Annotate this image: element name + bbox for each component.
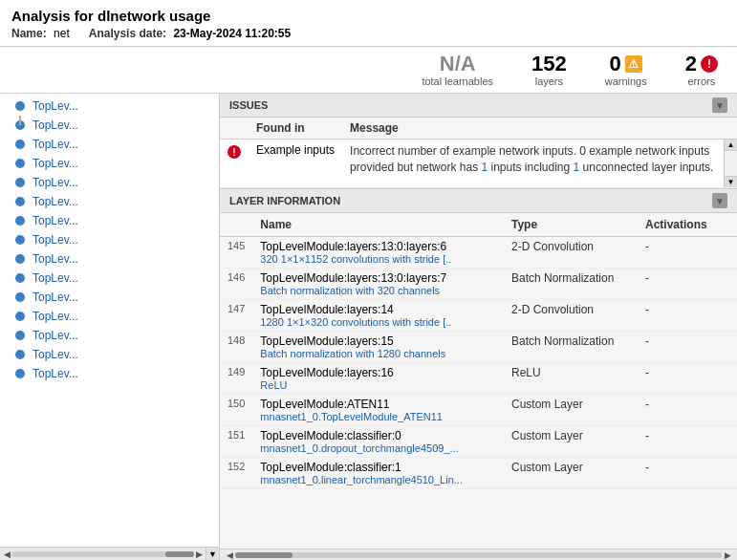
stat-learnables: N/A total learnables xyxy=(422,53,493,87)
date-label: Analysis date: xyxy=(89,27,166,40)
sidebar-item-label: TopLev... xyxy=(33,348,78,361)
sidebar-scroll[interactable]: TopLev... TopLev... TopLev... TopLev... xyxy=(0,94,219,547)
layer-name: TopLevelModule:ATEN11mnasnet1_0.TopLevel… xyxy=(252,395,504,426)
layer-activation: - xyxy=(638,332,724,363)
table-row: 147TopLevelModule:layers:141280 1×1×320 … xyxy=(220,300,737,332)
highlight-2: 1 xyxy=(574,161,580,174)
sidebar-item[interactable]: TopLev... xyxy=(0,307,219,326)
sidebar-item[interactable]: TopLev... xyxy=(0,230,219,249)
sidebar-item[interactable]: TopLev... xyxy=(0,326,219,345)
chevron-down-icon: ▼ xyxy=(715,100,725,111)
sidebar-item[interactable]: TopLev... xyxy=(0,364,219,383)
layer-type: Batch Normalization xyxy=(504,269,638,300)
sidebar-dot xyxy=(15,254,25,264)
sidebar-item[interactable]: TopLev... xyxy=(0,192,219,211)
layer-name-main: TopLevelModule:layers:16 xyxy=(260,366,496,379)
sidebar-dot xyxy=(15,159,25,168)
sidebar-item-label: TopLev... xyxy=(33,118,78,132)
layer-activation: - xyxy=(638,237,724,269)
layer-activation: - xyxy=(638,269,724,300)
sidebar-dot xyxy=(15,369,25,378)
scroll-right-arrow[interactable]: ▶ xyxy=(194,549,204,559)
sidebar-item[interactable]: TopLev... xyxy=(0,269,219,288)
col-activations: Activations xyxy=(638,213,724,237)
layer-scroll-cell xyxy=(724,300,737,332)
sidebar-item-label: TopLev... xyxy=(33,233,78,247)
name-value: net xyxy=(54,27,70,40)
table-row: 151TopLevelModule:classifier:0mnasnet1_0… xyxy=(220,426,737,458)
sidebar-item[interactable]: TopLev... xyxy=(0,116,219,135)
body: TopLev... TopLev... TopLev... TopLev... xyxy=(0,94,737,560)
sidebar-item[interactable]: TopLev... xyxy=(0,154,219,173)
header: Analysis for dlnetwork usage Name: net A… xyxy=(0,0,737,47)
sidebar-item[interactable]: TopLev... xyxy=(0,345,219,364)
sidebar-item-label: TopLev... xyxy=(33,157,78,170)
layer-scroll-cell xyxy=(724,426,737,458)
layer-name-main: TopLevelModule:layers:13:0:layers:6 xyxy=(260,240,496,253)
layer-name: TopLevelModule:layers:141280 1×1×320 con… xyxy=(252,300,504,332)
sidebar-item[interactable]: TopLev... xyxy=(0,249,219,269)
sidebar-scrollbar[interactable]: ◀ ▶ ▼ xyxy=(0,547,219,560)
sidebar-dot xyxy=(15,292,25,302)
sidebar-dot xyxy=(15,178,25,187)
scroll-left-arrow[interactable]: ◀ xyxy=(224,549,235,561)
layer-name: TopLevelModule:classifier:0mnasnet1_0.dr… xyxy=(252,426,504,458)
layer-section-header: LAYER INFORMATION ▼ xyxy=(220,189,737,213)
scroll-track xyxy=(235,552,722,558)
sidebar-dot xyxy=(15,197,25,206)
errors-value: 2 xyxy=(685,53,697,75)
warning-icon: ⚠ xyxy=(625,55,642,73)
layer-activation: - xyxy=(638,458,724,489)
error-icon: ! xyxy=(701,55,718,73)
layer-activation: - xyxy=(638,395,724,426)
issues-collapse-button[interactable]: ▼ xyxy=(712,97,727,113)
layer-activation: - xyxy=(638,426,724,458)
scroll-down-arrow[interactable]: ▼ xyxy=(206,548,219,560)
layer-table-scroll[interactable]: Name Type Activations 145TopLevelModule:… xyxy=(220,213,737,549)
sidebar-item-label: TopLev... xyxy=(33,138,78,151)
issues-scroll-cell: ▲ ▼ xyxy=(724,140,737,188)
layer-name-sub: mnasnet1_0.dropout_torchmangle4509_... xyxy=(260,442,496,454)
layer-name-main: TopLevelModule:ATEN11 xyxy=(260,398,496,411)
sidebar-item[interactable]: TopLev... xyxy=(0,94,219,116)
sidebar-item-label: TopLev... xyxy=(33,252,78,266)
sidebar-dot xyxy=(15,350,25,359)
issues-header: ISSUES ▼ xyxy=(220,94,737,118)
layer-num: 145 xyxy=(220,237,252,269)
layer-type: ReLU xyxy=(504,363,638,395)
sidebar-item[interactable]: TopLev... xyxy=(0,211,219,230)
bottom-scrollbar[interactable]: ◀ ▶ xyxy=(220,549,737,560)
table-row: 149TopLevelModule:layers:16ReLUReLU- xyxy=(220,363,737,395)
sidebar-item[interactable]: TopLev... xyxy=(0,135,219,154)
layer-activation: - xyxy=(638,363,724,395)
col-type: Type xyxy=(504,213,638,237)
sidebar-item[interactable]: TopLev... xyxy=(0,288,219,307)
sidebar-item-label: TopLev... xyxy=(33,195,78,208)
issue-message: Incorrect number of example network inpu… xyxy=(342,140,724,188)
layer-name-sub: Batch normalization with 320 channels xyxy=(260,285,496,296)
table-row: 145TopLevelModule:layers:13:0:layers:632… xyxy=(220,237,737,269)
layer-name-sub: ReLU xyxy=(260,379,496,391)
scroll-up-arrow[interactable]: ▲ xyxy=(725,140,737,151)
layer-num: 150 xyxy=(220,395,252,426)
layer-section-collapse-button[interactable]: ▼ xyxy=(712,193,727,208)
layer-table: Name Type Activations 145TopLevelModule:… xyxy=(220,213,737,489)
sidebar-item-label: TopLev... xyxy=(33,99,78,113)
issues-section: ISSUES ▼ Found in Message xyxy=(220,94,737,189)
layer-type: Batch Normalization xyxy=(504,332,638,363)
scroll-left-arrow[interactable]: ◀ xyxy=(2,549,11,559)
layer-name-main: TopLevelModule:classifier:0 xyxy=(260,429,496,442)
layer-type: 2-D Convolution xyxy=(504,300,638,332)
layer-num: 147 xyxy=(220,300,252,332)
layer-type: Custom Layer xyxy=(504,458,638,489)
scroll-right-arrow[interactable]: ▶ xyxy=(722,549,733,561)
issue-icon-cell: ! xyxy=(220,140,249,188)
scroll-down-arrow[interactable]: ▼ xyxy=(725,176,737,187)
table-row: 150TopLevelModule:ATEN11mnasnet1_0.TopLe… xyxy=(220,395,737,426)
layer-name: TopLevelModule:layers:15Batch normalizat… xyxy=(252,332,504,363)
layer-section: LAYER INFORMATION ▼ Name Type xyxy=(220,189,737,560)
layer-name: TopLevelModule:layers:16ReLU xyxy=(252,363,504,395)
table-row: 148TopLevelModule:layers:15Batch normali… xyxy=(220,332,737,363)
sidebar-item[interactable]: TopLev... xyxy=(0,173,219,192)
layer-scroll-cell xyxy=(724,237,737,269)
